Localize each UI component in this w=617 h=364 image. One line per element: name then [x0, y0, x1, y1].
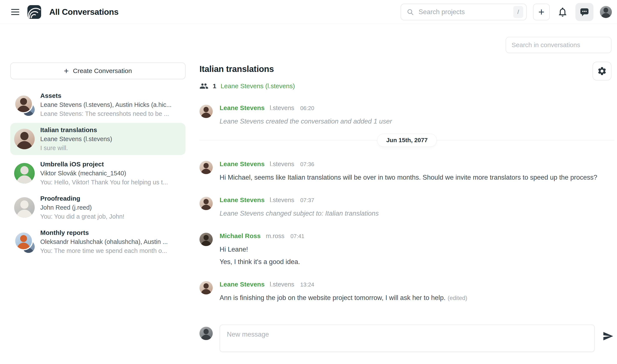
- conversation-list-item[interactable]: Proofreading John Reed (j.reed) You: You…: [10, 191, 186, 223]
- plus-icon: +: [538, 7, 544, 17]
- participants-row: 1 Leane Stevens (l.stevens): [200, 82, 615, 91]
- message-author-link[interactable]: Leane Stevens: [220, 196, 265, 204]
- avatar: [14, 129, 35, 149]
- gear-icon: [597, 66, 607, 76]
- search-in-conversations-input[interactable]: [512, 41, 605, 49]
- page-title: All Conversations: [49, 7, 119, 17]
- add-button[interactable]: +: [533, 4, 550, 20]
- avatar: [14, 197, 35, 218]
- plus-icon: +: [64, 67, 68, 75]
- edited-label: (edited): [448, 295, 468, 301]
- message-author-link[interactable]: Michael Ross: [220, 232, 261, 240]
- conversation-text: Umbrella iOS project Viktor Slovák (mech…: [40, 160, 182, 187]
- message-avatar: [200, 197, 213, 210]
- message-username: m.ross: [266, 233, 284, 240]
- avatar: [14, 94, 33, 113]
- avatar: [14, 232, 33, 250]
- participants-names-link[interactable]: Leane Stevens (l.stevens): [221, 82, 295, 90]
- search-projects-input[interactable]: [419, 8, 509, 16]
- conversation-members: Leane Stevens (l.stevens), Austin Hicks …: [40, 100, 182, 109]
- chat-message: Leane Stevens l.stevens 13:24 Ann is fin…: [200, 281, 615, 303]
- conversation-avatar: [14, 197, 35, 218]
- message-header: Leane Stevens l.stevens 07:36: [220, 160, 597, 168]
- message-timestamp: 07:37: [300, 197, 314, 204]
- conversation-members: Oleksandr Halushchak (ohalushcha), Austi…: [40, 237, 182, 246]
- conversation-text: Italian translations Leane Stevens (l.st…: [40, 126, 182, 153]
- conversation-text: Monthly reports Oleksandr Halushchak (oh…: [40, 228, 182, 255]
- conversation-preview: You: Hello, Viktor! Thank You for helpin…: [40, 178, 182, 187]
- date-divider-label: Jun 15th, 2077: [377, 134, 437, 147]
- message-content: Leane Stevens l.stevens 13:24 Ann is fin…: [220, 281, 467, 303]
- message-body: Hi Leane!Yes, I think it's a good idea.: [220, 244, 304, 267]
- message-avatar: [200, 233, 213, 246]
- message-avatar: [200, 105, 213, 118]
- send-message-button[interactable]: [602, 330, 615, 343]
- message-content: Leane Stevens l.stevens 07:37 Leane Stev…: [220, 196, 379, 219]
- conversation-avatar: [14, 94, 35, 115]
- search-icon: [407, 8, 414, 16]
- message-list: Leane Stevens l.stevens 06:20 Leane Stev…: [200, 104, 615, 303]
- app-logo[interactable]: [27, 5, 41, 19]
- conversation-list-item[interactable]: Umbrella iOS project Viktor Slovák (mech…: [10, 157, 186, 189]
- conversation-avatar: [14, 129, 35, 149]
- create-conversation-label: Create Conversation: [73, 67, 132, 75]
- participants-count: 1: [213, 82, 216, 90]
- conversation-title: Assets: [40, 91, 182, 100]
- message-author-link[interactable]: Leane Stevens: [220, 104, 265, 112]
- chat-panel: Italian translations 1 Leane Stevens (l.…: [200, 64, 615, 352]
- top-bar-right: / +: [401, 3, 612, 21]
- message-header: Leane Stevens l.stevens 06:20: [220, 104, 392, 112]
- message-author-link[interactable]: Leane Stevens: [220, 160, 265, 168]
- chat-header: Italian translations 1 Leane Stevens (l.…: [200, 64, 615, 91]
- conversation-title: Italian translations: [40, 126, 182, 134]
- new-message-input[interactable]: [220, 325, 595, 352]
- participants-icon: [200, 82, 208, 91]
- top-bar-left: All Conversations: [11, 5, 119, 19]
- conversation-list-item[interactable]: Monthly reports Oleksandr Halushchak (oh…: [10, 226, 186, 258]
- send-icon: [603, 331, 614, 342]
- user-avatar[interactable]: [600, 6, 612, 18]
- conversation-preview: Leane Stevens: The screenshots need to b…: [40, 109, 182, 118]
- conversation-list-item[interactable]: Assets Leane Stevens (l.stevens), Austin…: [10, 89, 186, 121]
- chat-message: Leane Stevens l.stevens 07:36 Hi Michael…: [200, 160, 615, 183]
- conversation-settings-button[interactable]: [592, 62, 611, 80]
- message-content: Leane Stevens l.stevens 07:36 Hi Michael…: [220, 160, 597, 183]
- notifications-bell-icon[interactable]: [556, 6, 569, 18]
- message-header: Leane Stevens l.stevens 13:24: [220, 281, 467, 288]
- conversation-text: Proofreading John Reed (j.reed) You: You…: [40, 194, 182, 221]
- date-divider: Jun 15th, 2077: [200, 134, 615, 147]
- app-screen: All Conversations / +: [0, 0, 617, 364]
- conversation-list-item[interactable]: Italian translations Leane Stevens (l.st…: [10, 123, 186, 155]
- message-body: Hi Michael, seems like Italian translati…: [220, 172, 597, 183]
- message-username: l.stevens: [270, 161, 294, 168]
- search-shortcut-badge: /: [513, 6, 523, 18]
- message-body: Leane Stevens created the conversation a…: [220, 116, 392, 127]
- conversation-avatar: [14, 232, 35, 252]
- conversation-title: Umbrella iOS project: [40, 160, 182, 169]
- message-avatar: [200, 281, 213, 294]
- message-author-link[interactable]: Leane Stevens: [220, 281, 265, 288]
- conversation-members: Leane Stevens (l.stevens): [40, 134, 182, 143]
- current-user-avatar: [200, 327, 213, 340]
- create-conversation-button[interactable]: + Create Conversation: [10, 63, 186, 79]
- conversation-members: Viktor Slovák (mechanic_1540): [40, 169, 182, 178]
- hamburger-menu-icon[interactable]: [11, 9, 19, 15]
- message-username: l.stevens: [270, 104, 294, 112]
- message-header: Leane Stevens l.stevens 07:37: [220, 196, 379, 204]
- top-bar: All Conversations / +: [0, 0, 617, 24]
- chat-title: Italian translations: [200, 64, 615, 74]
- chat-bubble-icon: [579, 7, 590, 17]
- avatar: [14, 163, 35, 183]
- conversation-list: Assets Leane Stevens (l.stevens), Austin…: [10, 89, 186, 258]
- message-content: Michael Ross m.ross 07:41 Hi Leane!Yes, …: [220, 232, 304, 267]
- conversations-toggle-button[interactable]: [576, 3, 593, 21]
- message-username: l.stevens: [270, 281, 294, 288]
- message-composer: [200, 325, 615, 352]
- conversation-text: Assets Leane Stevens (l.stevens), Austin…: [40, 91, 182, 118]
- conversation-title: Monthly reports: [40, 228, 182, 237]
- conversation-preview: You: You did a great job, John!: [40, 212, 182, 221]
- message-header: Michael Ross m.ross 07:41: [220, 232, 304, 240]
- conversations-sidebar: + Create Conversation Assets Leane Steve…: [10, 63, 186, 258]
- message-body: Ann is finishing the job on the website …: [220, 293, 467, 303]
- chat-message: Michael Ross m.ross 07:41 Hi Leane!Yes, …: [200, 232, 615, 267]
